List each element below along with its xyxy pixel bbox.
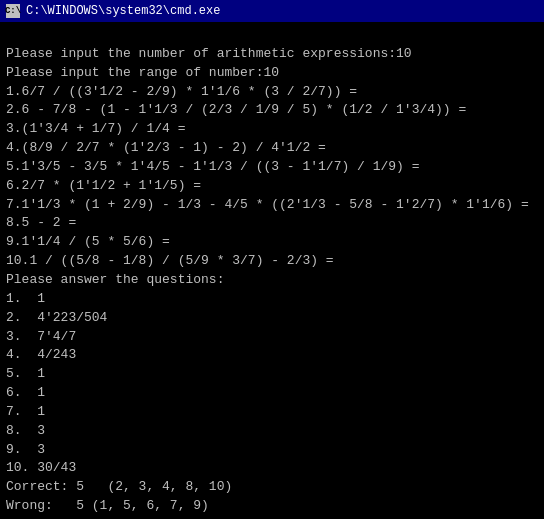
terminal-line: 3. 7'4/7	[6, 328, 538, 347]
terminal-line: 8. 3	[6, 422, 538, 441]
terminal-line: 5. 1	[6, 365, 538, 384]
terminal-line: 6.2/7 * (1'1/2 + 1'1/5) =	[6, 177, 538, 196]
terminal-line: Please input the range of number:10	[6, 64, 538, 83]
terminal-line: 6. 1	[6, 384, 538, 403]
terminal-line: 9.1'1/4 / (5 * 5/6) =	[6, 233, 538, 252]
terminal-line: 7.1'1/3 * (1 + 2/9) - 1/3 - 4/5 * ((2'1/…	[6, 196, 538, 215]
terminal-line: 10.1 / ((5/8 - 1/8) / (5/9 * 3/7) - 2/3)…	[6, 252, 538, 271]
terminal-line: Correct: 5 (2, 3, 4, 8, 10)	[6, 478, 538, 497]
terminal-line: 4.(8/9 / 2/7 * (1'2/3 - 1) - 2) / 4'1/2 …	[6, 139, 538, 158]
terminal-line: 1. 1	[6, 290, 538, 309]
terminal-line: 8.5 - 2 =	[6, 214, 538, 233]
terminal-line: 2. 4'223/504	[6, 309, 538, 328]
terminal-line: Please answer the questions:	[6, 271, 538, 290]
title-bar-text: C:\WINDOWS\system32\cmd.exe	[26, 4, 220, 18]
terminal-line: 7. 1	[6, 403, 538, 422]
terminal[interactable]: Please input the number of arithmetic ex…	[0, 22, 544, 519]
terminal-line: 5.1'3/5 - 3/5 * 1'4/5 - 1'1/3 / ((3 - 1'…	[6, 158, 538, 177]
terminal-line: 4. 4/243	[6, 346, 538, 365]
title-bar: C:\ C:\WINDOWS\system32\cmd.exe	[0, 0, 544, 22]
terminal-line: 9. 3	[6, 441, 538, 460]
terminal-line: 10. 30/43	[6, 459, 538, 478]
title-bar-icon: C:\	[6, 4, 20, 18]
terminal-line: Please input the number of arithmetic ex…	[6, 45, 538, 64]
terminal-line: Wrong: 5 (1, 5, 6, 7, 9)	[6, 497, 538, 516]
terminal-line: 3.(1'3/4 + 1/7) / 1/4 =	[6, 120, 538, 139]
terminal-line: 1.6/7 / ((3'1/2 - 2/9) * 1'1/6 * (3 / 2/…	[6, 83, 538, 102]
terminal-line: 2.6 - 7/8 - (1 - 1'1/3 / (2/3 / 1/9 / 5)…	[6, 101, 538, 120]
